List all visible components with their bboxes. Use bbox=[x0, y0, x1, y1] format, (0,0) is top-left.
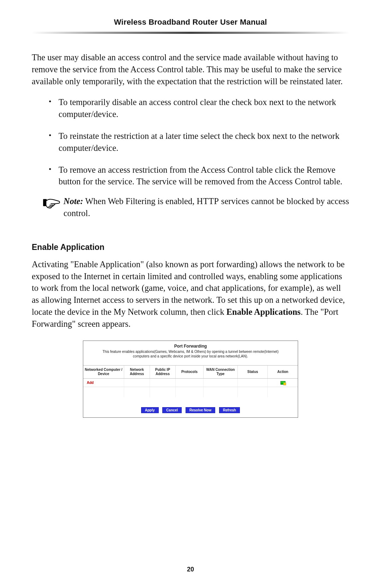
column-header: Action bbox=[268, 365, 298, 378]
table-row bbox=[83, 387, 298, 397]
screenshot-title: Port Forwarding bbox=[83, 341, 298, 349]
action-add-icon[interactable] bbox=[280, 381, 285, 385]
column-header: Public IP Address bbox=[150, 365, 175, 378]
port-forwarding-screenshot: Port Forwarding This feature enables app… bbox=[83, 341, 298, 418]
header-divider bbox=[32, 32, 349, 34]
note-smallcaps: HTTP bbox=[196, 196, 219, 206]
intro-paragraph: The user may disable an access control a… bbox=[32, 51, 349, 87]
pointing-hand-icon bbox=[42, 196, 61, 209]
refresh-button[interactable]: Refresh bbox=[219, 407, 240, 413]
page-header-title: Wireless Broadband Router User Manual bbox=[32, 18, 349, 27]
add-link[interactable]: Add bbox=[87, 381, 93, 385]
list-item: To temporarily disable an access control… bbox=[49, 96, 349, 120]
note-label: Note: bbox=[64, 196, 83, 206]
screenshot-subtitle: This feature enables applications(Games,… bbox=[83, 349, 298, 365]
bullet-list: To temporarily disable an access control… bbox=[49, 96, 349, 188]
list-item: To remove an access restriction from the… bbox=[49, 164, 349, 188]
note-fragment: When Web Filtering is enabled, bbox=[83, 196, 197, 206]
screenshot-button-row: Apply Cancel Resolve Now Refresh bbox=[83, 397, 298, 417]
column-header: WAN Connection Type bbox=[203, 365, 237, 378]
note-block: Note: When Web Filtering is enabled, HTT… bbox=[42, 195, 349, 219]
section-body: Activating "Enable Application" (also kn… bbox=[32, 258, 349, 330]
apply-button[interactable]: Apply bbox=[141, 407, 159, 413]
list-item: To reinstate the restriction at a later … bbox=[49, 130, 349, 154]
section-heading-enable-application: Enable Application bbox=[32, 243, 349, 252]
note-text: Note: When Web Filtering is enabled, HTT… bbox=[64, 195, 349, 219]
page-number: 20 bbox=[0, 566, 381, 573]
column-header: Status bbox=[238, 365, 268, 378]
table-row: Add bbox=[83, 378, 298, 387]
resolve-now-button[interactable]: Resolve Now bbox=[186, 407, 215, 413]
column-header: Networked Computer / Device bbox=[83, 365, 124, 378]
section-body-bold: Enable Applications bbox=[226, 307, 301, 317]
column-header: Protocols bbox=[175, 365, 203, 378]
column-header: Network Address bbox=[124, 365, 150, 378]
cancel-button[interactable]: Cancel bbox=[162, 407, 182, 413]
port-forwarding-table: Networked Computer / Device Network Addr… bbox=[83, 365, 298, 398]
